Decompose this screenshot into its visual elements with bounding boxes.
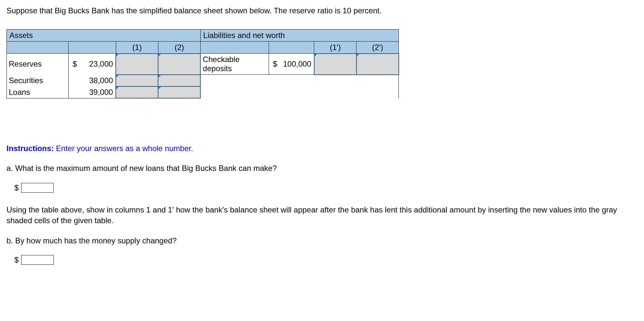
checkable-amount: 100,000	[280, 54, 314, 75]
col-2-header: (2)	[158, 41, 200, 54]
checkable-col2p-input[interactable]	[357, 54, 398, 74]
loans-col1-input[interactable]	[116, 87, 158, 98]
securities-amount: 38,000	[80, 75, 116, 86]
reserves-col2-input-cell[interactable]	[158, 54, 200, 75]
securities-col1-input[interactable]	[116, 75, 158, 86]
blank-subheader-3	[80, 41, 116, 54]
blank-subheader-2	[69, 41, 80, 54]
instructions-text: Enter your answers as a whole number.	[54, 144, 193, 153]
reserves-col1-input[interactable]	[116, 54, 158, 74]
checkable-dollar: $	[269, 54, 280, 75]
securities-col1-input-cell[interactable]	[116, 75, 158, 86]
intro-text: Suppose that Big Bucks Bank has the simp…	[7, 5, 637, 16]
reserves-col2-input[interactable]	[158, 54, 200, 74]
answer-a-row: $	[14, 183, 637, 193]
checkable-col1p-input-cell[interactable]	[314, 54, 356, 75]
loans-col2-input-cell[interactable]	[158, 86, 200, 98]
dollar-sign-b: $	[14, 255, 19, 264]
instructions-line: Instructions: Enter your answers as a wh…	[7, 144, 637, 153]
input-marker-icon	[158, 54, 161, 57]
input-marker-icon	[116, 75, 119, 78]
balance-sheet-table: Assets Liabilities and net worth (1) (2)…	[7, 29, 399, 99]
blank-subheader-6	[280, 41, 314, 54]
liab-blank-3	[280, 75, 314, 98]
liab-blank-4	[314, 75, 356, 98]
loans-label: Loans	[7, 86, 69, 98]
reserves-amount: 23,000	[80, 54, 116, 75]
securities-label: Securities	[7, 75, 69, 86]
checkable-col2p-input-cell[interactable]	[356, 54, 399, 75]
liab-blank-5	[356, 75, 399, 98]
input-marker-icon	[158, 75, 161, 78]
liab-blank-2	[269, 75, 280, 98]
blank-subheader-5	[269, 41, 280, 54]
question-a: a. What is the maximum amount of new loa…	[7, 163, 637, 174]
loans-blank-dollar	[69, 86, 80, 98]
blank-subheader-1	[7, 41, 69, 54]
followup-a: Using the table above, show in columns 1…	[7, 204, 637, 226]
answer-b-row: $	[14, 255, 637, 265]
checkable-col1p-input[interactable]	[315, 54, 356, 74]
securities-blank-dollar	[69, 75, 80, 86]
dollar-sign-a: $	[14, 183, 19, 192]
liabilities-header: Liabilities and net worth	[200, 29, 399, 41]
reserves-label: Reserves	[7, 54, 69, 75]
input-marker-icon	[116, 86, 119, 90]
col-1-header: (1)	[116, 41, 158, 54]
reserves-col1-input-cell[interactable]	[116, 54, 158, 75]
input-marker-icon	[356, 54, 360, 57]
securities-col2-input[interactable]	[158, 75, 200, 86]
loans-amount: 39,000	[80, 86, 116, 98]
instructions-label: Instructions:	[7, 144, 54, 153]
securities-col2-input-cell[interactable]	[158, 75, 200, 86]
blank-subheader-4	[200, 41, 269, 54]
checkable-label: Checkable deposits	[200, 54, 269, 75]
loans-col1-input-cell[interactable]	[116, 86, 158, 98]
liab-blank-1	[200, 75, 269, 98]
col-1p-header: (1')	[314, 41, 356, 54]
answer-a-input[interactable]	[21, 183, 54, 193]
reserves-dollar: $	[69, 54, 80, 75]
input-marker-icon	[158, 86, 161, 90]
balance-sheet-table-container: Assets Liabilities and net worth (1) (2)…	[7, 29, 637, 99]
input-marker-icon	[116, 54, 119, 57]
loans-col2-input[interactable]	[158, 87, 200, 98]
answer-b-input[interactable]	[21, 255, 54, 265]
question-b: b. By how much has the money supply chan…	[7, 235, 637, 246]
input-marker-icon	[314, 54, 317, 57]
assets-header: Assets	[7, 29, 201, 41]
col-2p-header: (2')	[356, 41, 399, 54]
